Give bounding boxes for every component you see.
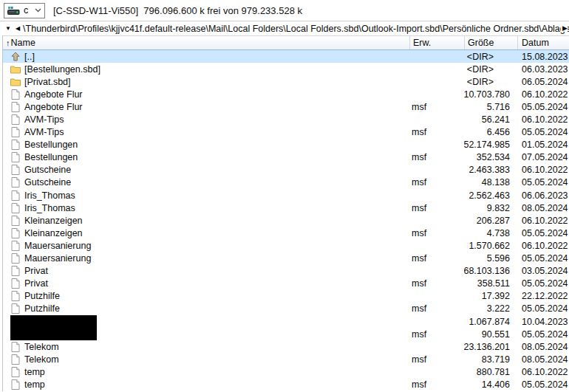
extension-cell (409, 239, 464, 252)
column-header-name[interactable]: ↑ Name (3, 36, 409, 49)
date-cell: 10.04.2023 04 (517, 315, 569, 328)
name-cell: temp (3, 378, 409, 391)
date-cell: 01.05.2024 22 (517, 139, 569, 151)
file-row[interactable]: Telekom23.136.20108.05.2024 13 (3, 340, 569, 353)
size-cell: 5.716 (464, 100, 517, 113)
file-row[interactable]: AVM-Tips56.24106.10.2022 16 (3, 113, 569, 125)
file-name: Privat (24, 266, 48, 276)
size-cell: 17.392 (464, 290, 517, 303)
drive-letter: c (23, 5, 32, 16)
drive-selector[interactable]: c (4, 3, 45, 18)
path-bar[interactable]: ▼ ◀ \Thunderbird\Profiles\kjjvc41f.defau… (0, 21, 569, 35)
file-row[interactable]: [..]<DIR>15.08.2023 02 (3, 50, 569, 63)
file-row[interactable]: Putzhilfe17.39222.12.2022 18 (3, 290, 569, 303)
size-cell: 1.570.662 (464, 239, 517, 252)
name-cell: [Bestellungen.sbd] (3, 63, 409, 75)
file-rows: [..]<DIR>15.08.2023 02[Bestellungen.sbd]… (3, 50, 569, 391)
extension-cell (409, 75, 464, 88)
extension-cell: msf (409, 100, 464, 113)
file-row[interactable]: Bestellungen52.174.98501.05.2024 22 (3, 139, 569, 151)
file-row[interactable]: Privatmsf358.51105.05.2024 17 (3, 278, 569, 290)
size-cell: 48.138 (464, 176, 517, 189)
name-cell: Telekom (3, 340, 409, 353)
file-row[interactable]: 1.067.87410.04.2023 04 (3, 315, 569, 328)
file-name: temp (24, 367, 45, 377)
file-row[interactable]: Angebote Flurmsf5.71605.05.2024 17 (3, 100, 569, 113)
name-cell: AVM-Tips (3, 126, 409, 139)
file-row[interactable]: Kleinanzeigenmsf4.73805.05.2024 17 (3, 227, 569, 239)
file-icon (10, 127, 21, 137)
file-row[interactable]: tempmsf14.40605.05.2024 17 (3, 378, 569, 391)
name-cell: [..] (3, 50, 409, 63)
file-row[interactable]: Iris_Thomas2.562.46306.06.2023 05 (3, 189, 569, 202)
chevron-down-icon (35, 8, 41, 13)
size-cell: 4.738 (464, 227, 517, 239)
file-row[interactable]: Gutscheine2.463.38306.10.2022 16 (3, 164, 569, 176)
file-icon (10, 241, 21, 251)
redaction-box (10, 328, 97, 340)
file-name: [Bestellungen.sbd] (24, 64, 100, 75)
file-row[interactable]: Mauersanierung1.570.66206.10.2022 16 (3, 239, 569, 252)
date-cell: 06.10.2022 16 (517, 239, 569, 252)
size-cell: 2.562.463 (464, 189, 517, 202)
date-cell: 15.08.2023 02 (517, 50, 569, 63)
name-cell: Putzhilfe (3, 290, 409, 303)
file-row[interactable]: Gutscheinemsf48.13805.05.2024 17 (3, 176, 569, 189)
date-cell: 05.05.2024 17 (517, 328, 569, 340)
file-name: temp (24, 379, 45, 390)
column-header-ext[interactable]: Erw. (409, 36, 464, 49)
hard-drive-icon (7, 6, 20, 16)
file-icon (10, 140, 21, 150)
file-row[interactable]: [Bestellungen.sbd]<DIR>06.03.2023 21 (3, 63, 569, 75)
file-row[interactable]: Bestellungenmsf352.53407.05.2024 18 (3, 151, 569, 164)
name-cell: Gutscheine (3, 164, 409, 176)
file-icon (10, 379, 21, 390)
file-row[interactable]: temp880.78106.10.2022 16 (3, 365, 569, 378)
column-header-date[interactable]: Datum (517, 36, 569, 49)
file-row[interactable]: Putzhilfemsf3.22205.05.2024 17 (3, 303, 569, 315)
extension-cell (409, 290, 464, 303)
file-name: Putzhilfe (24, 291, 60, 301)
file-icon (10, 102, 21, 112)
name-cell: Kleinanzeigen (3, 214, 409, 227)
file-name: Bestellungen (24, 152, 78, 162)
extension-cell (409, 139, 464, 151)
file-icon (10, 216, 21, 226)
size-cell: <DIR> (464, 50, 517, 63)
file-row[interactable]: AVM-Tipsmsf6.45605.05.2024 17 (3, 126, 569, 139)
current-path[interactable]: \Thunderbird\Profiles\kjjvc41f.default-r… (23, 24, 569, 34)
size-cell: 10.703.780 (464, 88, 517, 100)
extension-cell: msf (409, 252, 464, 265)
extension-cell (409, 315, 464, 328)
size-cell: 56.241 (464, 113, 517, 125)
file-row[interactable]: Privat568.103.13603.05.2024 21 (3, 265, 569, 278)
file-row[interactable]: msf90.55105.05.2024 17 (3, 328, 569, 340)
size-cell: 14.406 (464, 378, 517, 391)
back-arrow-icon[interactable]: ◀ (16, 26, 20, 32)
date-cell: 05.05.2024 17 (517, 100, 569, 113)
extension-cell: msf (409, 353, 464, 365)
column-header-size[interactable]: Größe (464, 36, 517, 49)
file-icon (10, 342, 21, 352)
date-cell: 06.10.2022 16 (517, 88, 569, 100)
extension-cell (409, 214, 464, 227)
extension-cell: msf (409, 227, 464, 239)
file-row[interactable]: Telekommsf83.71908.05.2024 13 (3, 353, 569, 365)
file-row[interactable]: Kleinanzeigen206.28706.10.2022 16 (3, 214, 569, 227)
date-cell: 08.05.2024 15 (517, 202, 569, 214)
file-name: Gutscheine (24, 165, 71, 175)
extension-cell: msf (409, 278, 464, 290)
file-icon (10, 190, 21, 201)
file-row[interactable]: Mauersanierungmsf5.59605.05.2024 17 (3, 252, 569, 265)
name-cell: AVM-Tips (3, 113, 409, 125)
folder-icon (10, 65, 21, 74)
file-row[interactable]: Iris_Thomasmsf9.83208.05.2024 15 (3, 202, 569, 214)
date-cell: 06.10.2022 16 (517, 365, 569, 378)
file-row[interactable]: [Privat.sbd]<DIR>06.05.2024 21 (3, 75, 569, 88)
history-dropdown-icon[interactable]: ▼ (5, 26, 11, 32)
file-icon (10, 228, 21, 238)
sort-ascending-icon: ↑ (6, 39, 10, 47)
size-cell: 352.534 (464, 151, 517, 164)
path-overflow-icon[interactable]: ▶ (561, 24, 568, 32)
file-row[interactable]: Angebote Flur10.703.78006.10.2022 16 (3, 88, 569, 100)
